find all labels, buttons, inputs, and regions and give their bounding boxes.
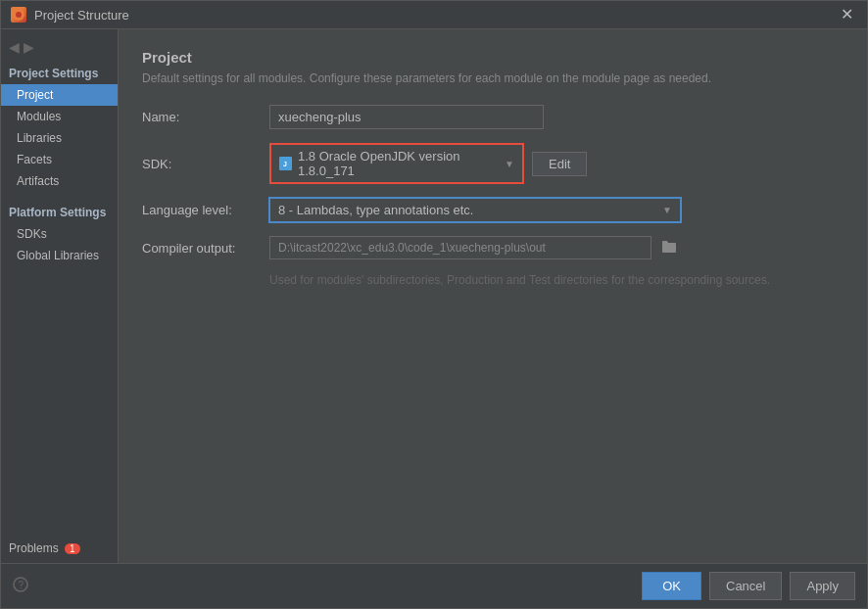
back-arrow[interactable]: ◀	[9, 39, 20, 55]
bottom-bar: ? OK Cancel Apply	[1, 563, 867, 608]
language-level-value: 8 - Lambdas, type annotations etc.	[278, 203, 473, 217]
nav-controls: ◀ ▶	[1, 33, 118, 61]
forward-arrow[interactable]: ▶	[24, 39, 34, 55]
main-content: ◀ ▶ Project Settings Project Modules Lib…	[1, 29, 867, 563]
sidebar: ◀ ▶ Project Settings Project Modules Lib…	[1, 29, 119, 563]
language-level-label: Language level:	[142, 203, 269, 217]
compiler-folder-icon[interactable]	[657, 238, 681, 258]
sdk-dropdown[interactable]: J 1.8 Oracle OpenJDK version 1.8.0_171 ▼	[269, 143, 524, 184]
sidebar-item-artifacts[interactable]: Artifacts	[1, 170, 118, 192]
sidebar-item-project[interactable]: Project	[1, 84, 118, 106]
sdk-java-icon: J	[279, 157, 292, 170]
compiler-hint: Used for modules' subdirectories, Produc…	[142, 273, 844, 287]
section-description: Default settings for all modules. Config…	[142, 71, 844, 85]
edit-sdk-button[interactable]: Edit	[532, 152, 587, 176]
sdk-row: SDK: J 1.8 Oracle OpenJDK version 1.8.0_…	[142, 143, 844, 184]
problems-item[interactable]: Problems 1	[1, 538, 118, 559]
dialog-title: Project Structure	[34, 8, 837, 23]
sidebar-item-facets[interactable]: Facets	[1, 149, 118, 170]
compiler-output-row: Compiler output:	[142, 236, 844, 259]
section-title: Project	[142, 49, 844, 66]
problems-label: Problems	[9, 541, 59, 555]
language-dropdown-arrow: ▼	[662, 205, 672, 215]
sidebar-item-modules[interactable]: Modules	[1, 106, 118, 127]
apply-button[interactable]: Apply	[790, 572, 855, 600]
content-panel: Project Default settings for all modules…	[119, 29, 867, 563]
name-label: Name:	[142, 110, 269, 124]
sidebar-item-global-libraries[interactable]: Global Libraries	[1, 245, 118, 266]
svg-text:?: ?	[19, 580, 24, 590]
sdk-label: SDK:	[142, 157, 269, 171]
project-settings-label: Project Settings	[1, 61, 118, 84]
svg-point-1	[16, 12, 22, 18]
problems-badge: 1	[65, 543, 80, 554]
project-structure-dialog: Project Structure ✕ ◀ ▶ Project Settings…	[0, 0, 868, 609]
ok-button[interactable]: OK	[642, 572, 701, 600]
title-bar: Project Structure ✕	[1, 1, 867, 29]
cancel-button[interactable]: Cancel	[709, 572, 782, 600]
close-button[interactable]: ✕	[837, 7, 857, 23]
compiler-output-input[interactable]	[269, 236, 651, 259]
help-icon[interactable]: ?	[13, 577, 28, 595]
compiler-output-label: Compiler output:	[142, 241, 269, 256]
language-level-dropdown[interactable]: 8 - Lambdas, type annotations etc. ▼	[269, 198, 681, 222]
sidebar-item-libraries[interactable]: Libraries	[1, 127, 118, 149]
sdk-value: 1.8 Oracle OpenJDK version 1.8.0_171	[298, 149, 505, 178]
compiler-controls	[269, 236, 681, 259]
app-icon	[11, 7, 26, 23]
language-level-row: Language level: 8 - Lambdas, type annota…	[142, 198, 844, 222]
name-row: Name:	[142, 105, 844, 129]
name-input[interactable]	[269, 105, 544, 129]
sdk-select-inner: J 1.8 Oracle OpenJDK version 1.8.0_171	[279, 149, 505, 178]
svg-text:J: J	[283, 161, 287, 167]
sidebar-item-sdks[interactable]: SDKs	[1, 223, 118, 245]
platform-settings-label: Platform Settings	[1, 200, 118, 223]
sdk-dropdown-arrow: ▼	[505, 159, 514, 169]
sdk-controls: J 1.8 Oracle OpenJDK version 1.8.0_171 ▼…	[269, 143, 587, 184]
